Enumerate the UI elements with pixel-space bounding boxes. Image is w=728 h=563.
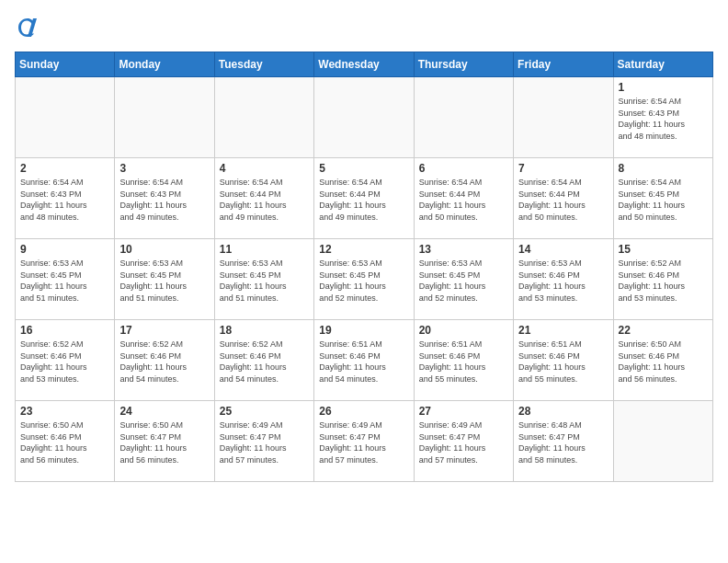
- day-detail: Sunrise: 6:48 AM Sunset: 6:47 PM Dayligh…: [518, 419, 608, 465]
- day-detail: Sunrise: 6:54 AM Sunset: 6:44 PM Dayligh…: [220, 177, 309, 223]
- calendar-cell: 23Sunrise: 6:50 AM Sunset: 6:46 PM Dayli…: [16, 401, 115, 482]
- calendar-cell: 14Sunrise: 6:53 AM Sunset: 6:46 PM Dayli…: [514, 239, 613, 320]
- day-number: 2: [20, 162, 109, 175]
- calendar-cell: 8Sunrise: 6:54 AM Sunset: 6:45 PM Daylig…: [613, 158, 712, 239]
- calendar-week-1: 1Sunrise: 6:54 AM Sunset: 6:43 PM Daylig…: [16, 77, 713, 158]
- day-detail: Sunrise: 6:54 AM Sunset: 6:43 PM Dayligh…: [119, 177, 209, 223]
- day-number: 18: [220, 324, 309, 337]
- day-detail: Sunrise: 6:50 AM Sunset: 6:46 PM Dayligh…: [20, 419, 109, 465]
- weekday-header-friday: Friday: [514, 52, 613, 77]
- day-number: 26: [319, 405, 408, 418]
- day-detail: Sunrise: 6:51 AM Sunset: 6:46 PM Dayligh…: [319, 339, 408, 385]
- calendar-cell: 1Sunrise: 6:54 AM Sunset: 6:43 PM Daylig…: [613, 77, 712, 158]
- calendar-table: SundayMondayTuesdayWednesdayThursdayFrid…: [15, 52, 713, 482]
- day-number: 16: [20, 324, 109, 337]
- day-detail: Sunrise: 6:54 AM Sunset: 6:45 PM Dayligh…: [619, 177, 708, 223]
- weekday-header-monday: Monday: [115, 52, 214, 77]
- day-detail: Sunrise: 6:52 AM Sunset: 6:46 PM Dayligh…: [619, 258, 708, 304]
- weekday-header-row: SundayMondayTuesdayWednesdayThursdayFrid…: [16, 52, 713, 77]
- day-detail: Sunrise: 6:52 AM Sunset: 6:46 PM Dayligh…: [220, 339, 309, 385]
- day-detail: Sunrise: 6:51 AM Sunset: 6:46 PM Dayligh…: [518, 339, 608, 385]
- calendar-cell: 28Sunrise: 6:48 AM Sunset: 6:47 PM Dayli…: [514, 401, 613, 482]
- day-number: 21: [518, 324, 608, 337]
- day-number: 25: [220, 405, 309, 418]
- calendar-cell: 7Sunrise: 6:54 AM Sunset: 6:44 PM Daylig…: [514, 158, 613, 239]
- day-detail: Sunrise: 6:49 AM Sunset: 6:47 PM Dayligh…: [419, 419, 508, 465]
- day-detail: Sunrise: 6:52 AM Sunset: 6:46 PM Dayligh…: [119, 339, 209, 385]
- calendar-cell: 13Sunrise: 6:53 AM Sunset: 6:45 PM Dayli…: [414, 239, 513, 320]
- day-number: 5: [319, 162, 408, 175]
- calendar-header: SundayMondayTuesdayWednesdayThursdayFrid…: [16, 52, 713, 77]
- day-number: 4: [220, 162, 309, 175]
- calendar-cell: 10Sunrise: 6:53 AM Sunset: 6:45 PM Dayli…: [115, 239, 214, 320]
- day-number: 7: [518, 162, 608, 175]
- calendar-cell: 6Sunrise: 6:54 AM Sunset: 6:44 PM Daylig…: [414, 158, 513, 239]
- weekday-header-thursday: Thursday: [414, 52, 513, 77]
- day-detail: Sunrise: 6:54 AM Sunset: 6:43 PM Dayligh…: [20, 177, 109, 223]
- day-detail: Sunrise: 6:53 AM Sunset: 6:45 PM Dayligh…: [220, 258, 309, 304]
- calendar-cell: 3Sunrise: 6:54 AM Sunset: 6:43 PM Daylig…: [115, 158, 214, 239]
- weekday-header-tuesday: Tuesday: [214, 52, 313, 77]
- calendar-cell: 22Sunrise: 6:50 AM Sunset: 6:46 PM Dayli…: [613, 320, 712, 401]
- calendar-cell: 20Sunrise: 6:51 AM Sunset: 6:46 PM Dayli…: [414, 320, 513, 401]
- day-number: 28: [518, 405, 608, 418]
- calendar-cell: 26Sunrise: 6:49 AM Sunset: 6:47 PM Dayli…: [314, 401, 414, 482]
- calendar-cell: 17Sunrise: 6:52 AM Sunset: 6:46 PM Dayli…: [115, 320, 214, 401]
- day-number: 24: [119, 405, 209, 418]
- day-number: 1: [619, 81, 708, 94]
- day-number: 17: [119, 324, 209, 337]
- day-number: 3: [119, 162, 209, 175]
- day-number: 23: [20, 405, 109, 418]
- day-number: 6: [419, 162, 508, 175]
- calendar-cell: 24Sunrise: 6:50 AM Sunset: 6:47 PM Dayli…: [115, 401, 214, 482]
- day-detail: Sunrise: 6:53 AM Sunset: 6:45 PM Dayligh…: [319, 258, 408, 304]
- weekday-header-saturday: Saturday: [613, 52, 712, 77]
- calendar-cell: 2Sunrise: 6:54 AM Sunset: 6:43 PM Daylig…: [16, 158, 115, 239]
- day-detail: Sunrise: 6:53 AM Sunset: 6:46 PM Dayligh…: [518, 258, 608, 304]
- day-detail: Sunrise: 6:54 AM Sunset: 6:44 PM Dayligh…: [518, 177, 608, 223]
- calendar-cell: 18Sunrise: 6:52 AM Sunset: 6:46 PM Dayli…: [214, 320, 313, 401]
- day-number: 8: [619, 162, 708, 175]
- calendar-cell: [414, 77, 513, 158]
- day-number: 10: [119, 243, 209, 256]
- calendar-week-4: 16Sunrise: 6:52 AM Sunset: 6:46 PM Dayli…: [16, 320, 713, 401]
- calendar-cell: 27Sunrise: 6:49 AM Sunset: 6:47 PM Dayli…: [414, 401, 513, 482]
- day-detail: Sunrise: 6:50 AM Sunset: 6:46 PM Dayligh…: [619, 339, 708, 385]
- day-detail: Sunrise: 6:53 AM Sunset: 6:45 PM Dayligh…: [119, 258, 209, 304]
- day-number: 13: [419, 243, 508, 256]
- calendar-cell: 21Sunrise: 6:51 AM Sunset: 6:46 PM Dayli…: [514, 320, 613, 401]
- logo: [15, 15, 44, 40]
- day-detail: Sunrise: 6:49 AM Sunset: 6:47 PM Dayligh…: [319, 419, 408, 465]
- day-number: 9: [20, 243, 109, 256]
- calendar-cell: [115, 77, 214, 158]
- calendar-cell: 11Sunrise: 6:53 AM Sunset: 6:45 PM Dayli…: [214, 239, 313, 320]
- calendar-cell: 25Sunrise: 6:49 AM Sunset: 6:47 PM Dayli…: [214, 401, 313, 482]
- day-number: 11: [220, 243, 309, 256]
- weekday-header-sunday: Sunday: [16, 52, 115, 77]
- day-number: 15: [619, 243, 708, 256]
- calendar-cell: [613, 401, 712, 482]
- day-detail: Sunrise: 6:54 AM Sunset: 6:44 PM Dayligh…: [319, 177, 408, 223]
- calendar-cell: 9Sunrise: 6:53 AM Sunset: 6:45 PM Daylig…: [16, 239, 115, 320]
- calendar-body: 1Sunrise: 6:54 AM Sunset: 6:43 PM Daylig…: [16, 77, 713, 482]
- calendar-cell: [214, 77, 313, 158]
- calendar-cell: 19Sunrise: 6:51 AM Sunset: 6:46 PM Dayli…: [314, 320, 414, 401]
- calendar-cell: 16Sunrise: 6:52 AM Sunset: 6:46 PM Dayli…: [16, 320, 115, 401]
- day-detail: Sunrise: 6:49 AM Sunset: 6:47 PM Dayligh…: [220, 419, 309, 465]
- day-number: 12: [319, 243, 408, 256]
- logo-icon: [15, 15, 40, 40]
- day-detail: Sunrise: 6:50 AM Sunset: 6:47 PM Dayligh…: [119, 419, 209, 465]
- day-number: 20: [419, 324, 508, 337]
- day-detail: Sunrise: 6:52 AM Sunset: 6:46 PM Dayligh…: [20, 339, 109, 385]
- day-number: 22: [619, 324, 708, 337]
- day-detail: Sunrise: 6:53 AM Sunset: 6:45 PM Dayligh…: [20, 258, 109, 304]
- calendar-week-2: 2Sunrise: 6:54 AM Sunset: 6:43 PM Daylig…: [16, 158, 713, 239]
- weekday-header-wednesday: Wednesday: [314, 52, 414, 77]
- page-header: [15, 15, 713, 40]
- day-detail: Sunrise: 6:53 AM Sunset: 6:45 PM Dayligh…: [419, 258, 508, 304]
- day-detail: Sunrise: 6:51 AM Sunset: 6:46 PM Dayligh…: [419, 339, 508, 385]
- calendar-cell: [514, 77, 613, 158]
- calendar-week-3: 9Sunrise: 6:53 AM Sunset: 6:45 PM Daylig…: [16, 239, 713, 320]
- day-number: 19: [319, 324, 408, 337]
- day-detail: Sunrise: 6:54 AM Sunset: 6:43 PM Dayligh…: [619, 96, 708, 142]
